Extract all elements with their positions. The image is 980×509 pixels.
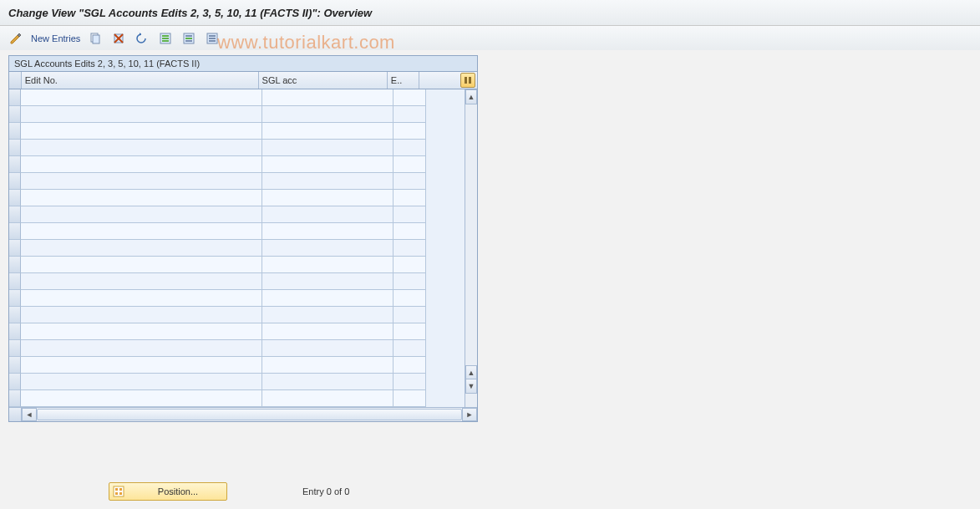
cell-c1[interactable]: [21, 173, 262, 189]
row-selector[interactable]: [9, 123, 21, 140]
cell-c3[interactable]: [394, 323, 426, 339]
row-selector-header[interactable]: [9, 72, 22, 89]
row-selector[interactable]: [9, 89, 21, 106]
row-selector[interactable]: [9, 257, 21, 273]
row-selector[interactable]: [9, 240, 21, 257]
cell-c3[interactable]: [394, 290, 426, 306]
hscroll-thumb[interactable]: [37, 409, 462, 420]
cell-c3[interactable]: [394, 223, 426, 239]
cell-c3[interactable]: [394, 357, 426, 373]
scroll-right-button[interactable]: ►: [462, 408, 477, 421]
scroll-down-button[interactable]: ▼: [465, 379, 477, 394]
cell-c3[interactable]: [394, 123, 426, 139]
cell-c2[interactable]: [262, 257, 394, 272]
table-row: [21, 390, 426, 407]
copy-as-button[interactable]: [84, 29, 106, 48]
column-header-sgl-acc[interactable]: SGL acc: [259, 72, 388, 89]
deselect-all-button[interactable]: [201, 29, 223, 48]
cell-c1[interactable]: [21, 390, 262, 406]
cell-c3[interactable]: [394, 206, 426, 222]
column-header-edit-no[interactable]: Edit No.: [22, 72, 259, 89]
cell-c2[interactable]: [262, 156, 394, 172]
row-selector[interactable]: [9, 140, 21, 156]
cell-c2[interactable]: [262, 390, 394, 406]
select-block-button[interactable]: [178, 29, 200, 48]
cell-c2[interactable]: [262, 123, 394, 139]
cell-c2[interactable]: [262, 106, 394, 122]
cell-c2[interactable]: [262, 240, 394, 256]
cell-c3[interactable]: [394, 140, 426, 155]
cell-c2[interactable]: [262, 206, 394, 222]
row-selector[interactable]: [9, 340, 21, 357]
table-settings-button[interactable]: [460, 73, 475, 88]
row-selector[interactable]: [9, 307, 21, 323]
row-selector[interactable]: [9, 290, 21, 307]
cell-c2[interactable]: [262, 89, 394, 105]
row-selector[interactable]: [9, 357, 21, 374]
cell-c3[interactable]: [394, 190, 426, 206]
position-button[interactable]: Position...: [109, 482, 227, 501]
column-header-e[interactable]: E..: [388, 72, 419, 89]
cell-c3[interactable]: [394, 390, 426, 406]
horizontal-scrollbar[interactable]: ◄ ►: [9, 407, 477, 421]
row-selector[interactable]: [9, 323, 21, 340]
cell-c3[interactable]: [394, 106, 426, 122]
delete-button[interactable]: [108, 29, 129, 48]
cell-c2[interactable]: [262, 223, 394, 239]
cell-c1[interactable]: [21, 323, 262, 339]
cell-c3[interactable]: [394, 240, 426, 256]
row-selector[interactable]: [9, 390, 21, 407]
cell-c3[interactable]: [394, 374, 426, 389]
cell-c2[interactable]: [262, 273, 394, 289]
cell-c1[interactable]: [21, 206, 262, 222]
cell-c1[interactable]: [21, 223, 262, 239]
cell-c1[interactable]: [21, 140, 262, 155]
title-bar: Change View "SGL Accounts Edits 2, 3, 5,…: [0, 0, 980, 26]
hscroll-track[interactable]: ◄ ►: [22, 408, 477, 421]
new-entries-button[interactable]: New Entries: [28, 29, 83, 48]
undo-button[interactable]: [131, 29, 153, 48]
cell-c1[interactable]: [21, 89, 262, 105]
row-selector[interactable]: [9, 190, 21, 206]
cell-c1[interactable]: [21, 240, 262, 256]
row-selector[interactable]: [9, 273, 21, 290]
cell-c1[interactable]: [21, 156, 262, 172]
cell-c2[interactable]: [262, 307, 394, 323]
cell-c1[interactable]: [21, 273, 262, 289]
cell-c1[interactable]: [21, 190, 262, 206]
cell-c1[interactable]: [21, 357, 262, 373]
scroll-left-button[interactable]: ◄: [22, 408, 37, 421]
scroll-up-button[interactable]: ▲: [465, 89, 477, 104]
cell-c3[interactable]: [394, 173, 426, 189]
cell-c2[interactable]: [262, 357, 394, 373]
cell-c1[interactable]: [21, 290, 262, 306]
cell-c3[interactable]: [394, 257, 426, 272]
cell-c1[interactable]: [21, 257, 262, 272]
cell-c3[interactable]: [394, 89, 426, 105]
cell-c1[interactable]: [21, 106, 262, 122]
cell-c3[interactable]: [394, 273, 426, 289]
row-selector[interactable]: [9, 156, 21, 173]
cell-c1[interactable]: [21, 374, 262, 389]
cell-c2[interactable]: [262, 190, 394, 206]
cell-c3[interactable]: [394, 307, 426, 323]
cell-c1[interactable]: [21, 123, 262, 139]
vertical-scrollbar[interactable]: ▲ ▲ ▼: [465, 89, 477, 407]
row-selector[interactable]: [9, 106, 21, 123]
cell-c2[interactable]: [262, 374, 394, 389]
row-selector[interactable]: [9, 374, 21, 390]
change-display-button[interactable]: [5, 29, 27, 48]
select-all-button[interactable]: [155, 29, 176, 48]
cell-c3[interactable]: [394, 156, 426, 172]
cell-c2[interactable]: [262, 290, 394, 306]
cell-c2[interactable]: [262, 340, 394, 356]
cell-c1[interactable]: [21, 340, 262, 356]
cell-c3[interactable]: [394, 340, 426, 356]
cell-c1[interactable]: [21, 307, 262, 323]
cell-c2[interactable]: [262, 323, 394, 339]
row-selector[interactable]: [9, 223, 21, 240]
cell-c2[interactable]: [262, 173, 394, 189]
row-selector[interactable]: [9, 173, 21, 190]
cell-c2[interactable]: [262, 140, 394, 155]
row-selector[interactable]: [9, 206, 21, 223]
